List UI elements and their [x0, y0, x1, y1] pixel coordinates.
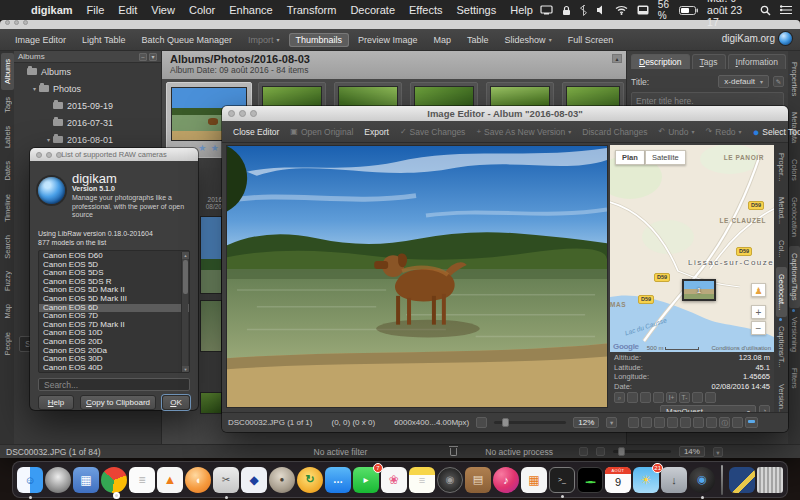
toolbar-button[interactable]: Thumbnails: [289, 33, 350, 47]
dock-icon[interactable]: ❀: [381, 467, 407, 493]
info-icon[interactable]: ⓘ: [719, 417, 730, 428]
dock-icon[interactable]: ☀ 21: [633, 467, 659, 493]
thumbnail-sliver[interactable]: [200, 392, 222, 414]
breadcrumb-path[interactable]: Albums/Photos/2016-08-03: [170, 53, 618, 65]
sidebar-tab[interactable]: People: [1, 326, 14, 361]
sidebar-tab[interactable]: Fuzzy: [1, 265, 14, 297]
right-sidebar-tab[interactable]: Versioning: [789, 310, 800, 359]
dock-icon[interactable]: ≡: [409, 467, 435, 493]
album-tree-item[interactable]: ▾ Photos: [14, 80, 161, 97]
editor-toolbar-button[interactable]: Close Editor: [228, 125, 284, 139]
pegman-icon[interactable]: ♟: [751, 283, 766, 297]
geo-add-icon[interactable]: I+: [666, 392, 677, 403]
geo-redo-icon[interactable]: [653, 392, 664, 403]
dock-icon[interactable]: ▤: [465, 467, 491, 493]
geo-settings-icon[interactable]: [705, 392, 716, 403]
editor-toolbar-button[interactable]: ✓ Save Changes: [395, 125, 470, 139]
editor-side-tab[interactable]: Col...: [776, 233, 787, 265]
captions-tab[interactable]: Information: [728, 54, 787, 69]
right-sidebar-tab[interactable]: Filters: [789, 361, 800, 395]
right-sidebar-tab[interactable]: Captions/Tags: [789, 246, 800, 308]
editor-toolbar-button[interactable]: ● Select Tool ▾: [748, 125, 800, 139]
toolbar-button[interactable]: Batch Queue Manager: [134, 33, 239, 47]
scroll-up-icon[interactable]: ▲: [182, 252, 189, 259]
editor-toolbar-button[interactable]: + Save As New Version ▾: [471, 125, 576, 139]
map-satellite-button[interactable]: Satellite: [645, 150, 686, 165]
right-sidebar-tab[interactable]: Geolocation: [789, 190, 800, 244]
ok-button[interactable]: OK: [162, 395, 190, 410]
geo-link-icon[interactable]: [692, 392, 703, 403]
thumbnail-sliver[interactable]: [200, 300, 222, 352]
editor-toolbar-button[interactable]: Discard Changes: [577, 125, 652, 139]
dock-icon[interactable]: [729, 467, 755, 493]
keyboard-layout-icon[interactable]: [637, 5, 649, 15]
map-terms-link[interactable]: Conditions d'utilisation: [711, 345, 771, 351]
sidebar-tab[interactable]: Albums: [1, 53, 14, 90]
zoom-slider[interactable]: [613, 450, 671, 453]
exposure-under-icon[interactable]: [628, 417, 639, 428]
expand-icon[interactable]: ▾: [149, 53, 157, 61]
dock-icon[interactable]: ◆: [241, 467, 267, 493]
menubar-clock[interactable]: Mar. 9 août 23 17: [707, 0, 751, 28]
album-tree-item[interactable]: 2016-07-31: [14, 114, 161, 131]
scroll-down-icon[interactable]: ▼: [182, 366, 189, 373]
menu-item[interactable]: Help: [503, 4, 540, 16]
editor-titlebar[interactable]: Image Editor - Album "2016-08-03": [222, 106, 788, 121]
map-zoom-out-button[interactable]: −: [751, 321, 766, 335]
dialog-titlebar[interactable]: List of supported RAW cameras: [30, 148, 198, 161]
menu-item[interactable]: Settings: [449, 4, 503, 16]
dock-icon[interactable]: ◉: [689, 467, 715, 493]
editor-side-tab[interactable]: Geolocat...: [776, 267, 787, 317]
zoom-fit-icon[interactable]: [693, 417, 704, 428]
captions-tab[interactable]: Description: [631, 54, 690, 69]
scroll-up-icon[interactable]: ▲: [612, 54, 622, 63]
dock-icon[interactable]: AOÛT 9: [605, 467, 631, 493]
color-managed-icon[interactable]: [654, 417, 665, 428]
wifi-icon[interactable]: [615, 5, 628, 15]
map-plan-button[interactable]: Plan: [615, 150, 645, 165]
geo-undo-icon[interactable]: [640, 392, 651, 403]
dock-icon[interactable]: [757, 467, 783, 493]
menu-item[interactable]: Edit: [111, 4, 144, 16]
editor-toolbar-button[interactable]: ▣ Open Original: [285, 125, 358, 139]
volume-icon[interactable]: [596, 5, 606, 15]
editor-zoom-level[interactable]: 12%: [573, 417, 599, 428]
language-settings-icon[interactable]: ✎: [773, 76, 784, 87]
toolbar-button[interactable]: Map: [427, 33, 459, 47]
dock-icon[interactable]: ▸ 7: [353, 467, 379, 493]
camera-list-scrollbar[interactable]: ▲ ▼: [181, 252, 188, 373]
sidebar-tab[interactable]: Search: [1, 229, 14, 265]
fit-icon[interactable]: [596, 447, 605, 456]
copy-to-clipboard-button[interactable]: Copy to Clipboard: [80, 395, 156, 410]
lock-icon[interactable]: [562, 5, 571, 16]
toolbar-button[interactable]: Image Editor: [8, 33, 73, 47]
dock-icon[interactable]: [721, 465, 723, 495]
dock-icon[interactable]: [45, 467, 71, 493]
camera-list-item[interactable]: Canon EOS 40D: [39, 364, 189, 373]
dock-icon[interactable]: …: [325, 467, 351, 493]
editor-side-tab[interactable]: Captions/T...: [776, 319, 787, 375]
zoom-100-icon[interactable]: [706, 417, 717, 428]
histogram-icon[interactable]: [680, 417, 691, 428]
dock-icon[interactable]: ✂: [213, 467, 239, 493]
album-tree-item[interactable]: Albums: [14, 63, 161, 80]
editor-zoom-select-icon[interactable]: ▾: [606, 417, 617, 428]
editor-toolbar-button[interactable]: ↶ Undo ▾: [654, 125, 700, 139]
spotlight-icon[interactable]: [760, 5, 771, 16]
sidebar-tab[interactable]: Map: [1, 298, 14, 325]
toolbar-button[interactable]: Light Table: [75, 33, 132, 47]
right-sidebar-tab[interactable]: Properties: [789, 55, 800, 103]
traffic-lights[interactable]: [36, 152, 62, 158]
menu-item[interactable]: Enhance: [222, 4, 279, 16]
expander-icon[interactable]: ▾: [30, 85, 39, 92]
dock-icon[interactable]: ☺: [17, 467, 43, 493]
editor-toolbar-button[interactable]: Export: [359, 125, 394, 139]
editor-zoom-slider[interactable]: [494, 421, 566, 424]
toolbar-button[interactable]: Preview Image: [351, 33, 425, 47]
camera-list[interactable]: Canon EOS D60Canon EOS 5DCanon EOS 5DSCa…: [38, 250, 190, 373]
geo-remove-icon[interactable]: T-: [679, 392, 690, 403]
editor-side-tab[interactable]: Proper...: [776, 146, 787, 188]
dock-icon[interactable]: ▲: [157, 467, 183, 493]
dock-icon[interactable]: ↓: [661, 467, 687, 493]
dock-icon[interactable]: ◉: [437, 467, 463, 493]
